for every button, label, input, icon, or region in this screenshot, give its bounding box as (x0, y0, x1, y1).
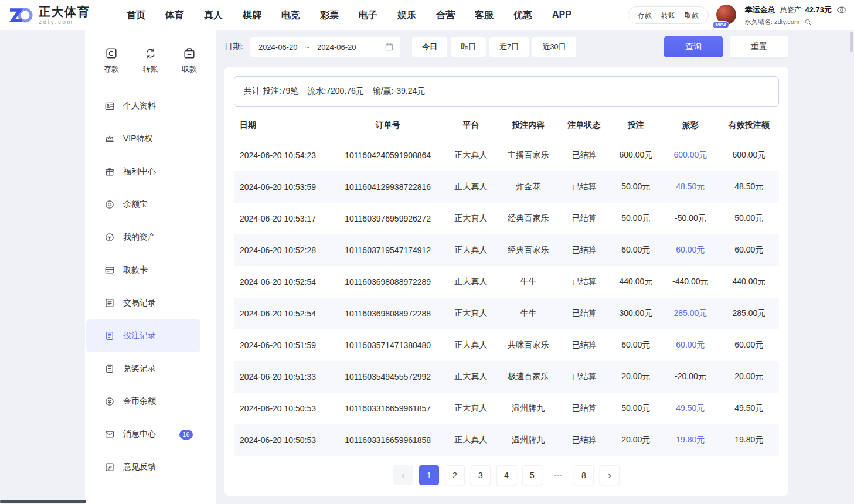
reset-button[interactable]: 重置 (730, 36, 788, 57)
nav-item-棋牌[interactable]: 棋牌 (243, 9, 261, 22)
cell-payout: -50.00元 (662, 203, 719, 234)
sidebar-item-取款卡[interactable]: 取款卡 (86, 254, 200, 287)
cell-date: 2024-06-20 10:53:17 (234, 203, 332, 234)
nav-item-彩票[interactable]: 彩票 (320, 9, 339, 22)
avatar[interactable]: VIP4 (716, 5, 737, 26)
page-button-1[interactable]: 1 (419, 465, 439, 485)
column-header-平台: 平台 (444, 111, 498, 139)
page-button-3[interactable]: 3 (471, 465, 491, 485)
vip-badge: VIP4 (712, 21, 729, 29)
total-assets: 总资产: 42.73元 (780, 5, 832, 15)
calendar-icon[interactable] (385, 42, 394, 52)
next-page-button[interactable]: › (600, 465, 620, 485)
table-row: 2024-06-20 10:53:171011603976959926272正大… (234, 203, 779, 234)
sidebar-item-投注记录[interactable]: 投注记录 (86, 319, 200, 352)
date-to[interactable]: 2024-06-20 (317, 43, 356, 52)
nav-item-体育[interactable]: 体育 (165, 9, 184, 22)
search-icon[interactable] (804, 18, 812, 26)
nav-item-APP[interactable]: APP (552, 9, 571, 22)
total-assets-value: 42.73元 (805, 5, 832, 14)
table-header-row: 日期订单号平台投注内容注单状态投注派彩有效投注额 (234, 111, 779, 139)
sidebar: 存款转账取款 个人资料VIP特权福利中心余额宝我的资产取款卡交易记录投注记录兑奖… (85, 30, 216, 504)
prize-icon (104, 363, 115, 374)
eye-icon[interactable] (836, 5, 847, 15)
nav-item-电子[interactable]: 电子 (359, 9, 377, 22)
sidebar-item-兑奖记录[interactable]: 兑奖记录 (86, 352, 200, 385)
range-button-今日[interactable]: 今日 (412, 37, 447, 57)
sidebar-item-金币余额[interactable]: 金币余额 (86, 385, 200, 418)
shortcut-转账[interactable]: 转账 (143, 47, 158, 74)
sidebar-item-交易记录[interactable]: 交易记录 (86, 287, 200, 319)
column-header-日期: 日期 (234, 111, 332, 139)
cell-status: 已结算 (558, 171, 610, 203)
brand-logo-icon (8, 5, 34, 25)
sidebar-item-消息中心[interactable]: 消息中心16 (86, 418, 200, 451)
wallet-pill: 存款转账取款 (628, 6, 709, 24)
cell-valid: 20.00元 (719, 361, 779, 393)
shortcut-存款[interactable]: 存款 (104, 47, 119, 74)
shortcut-取款[interactable]: 取款 (182, 47, 197, 74)
vertical-scrollbar-thumb[interactable] (850, 32, 853, 52)
cell-payout: 60.00元 (662, 329, 719, 361)
cell-bet: 60.00元 (610, 234, 662, 266)
horizontal-scrollbar-thumb[interactable] (0, 500, 86, 503)
nav-item-优惠[interactable]: 优惠 (513, 9, 532, 22)
records-card: 共计 投注:79笔流水:7200.76元输/赢:-39.24元 日期订单号平台投… (224, 67, 788, 496)
withdraw-icon (183, 47, 196, 60)
sidebar-item-VIP特权[interactable]: VIP特权 (86, 122, 200, 155)
cell-status: 已结算 (558, 298, 610, 329)
nav-item-电竞[interactable]: 电竞 (281, 9, 300, 22)
header-action-存款[interactable]: 存款 (638, 11, 652, 21)
page-button-8[interactable]: 8 (574, 465, 594, 485)
range-button-近30日[interactable]: 近30日 (532, 37, 576, 57)
sidebar-item-意见反馈[interactable]: 意见反馈 (86, 451, 200, 483)
gold-coin-icon (104, 396, 115, 407)
nav-item-娱乐[interactable]: 娱乐 (397, 9, 416, 22)
message-icon (104, 429, 115, 440)
range-button-昨日[interactable]: 昨日 (451, 37, 486, 57)
range-button-近7日[interactable]: 近7日 (489, 37, 529, 57)
cell-status: 已结算 (558, 424, 610, 456)
cell-date: 2024-06-20 10:50:53 (234, 393, 332, 424)
nav-item-客服[interactable]: 客服 (475, 9, 494, 22)
header-action-转账[interactable]: 转账 (661, 11, 675, 21)
gift-icon (104, 166, 115, 177)
sidebar-item-label: 兑奖记录 (123, 363, 156, 374)
shortcut-label: 取款 (182, 64, 197, 74)
date-from[interactable]: 2024-06-20 (258, 43, 298, 52)
cell-valid: 50.00元 (719, 203, 779, 234)
sidebar-item-label: 投注记录 (123, 331, 156, 341)
nav-item-首页[interactable]: 首页 (127, 9, 145, 22)
cell-platform: 正大真人 (444, 329, 498, 361)
header-action-取款[interactable]: 取款 (685, 11, 699, 21)
cell-status: 已结算 (558, 234, 610, 266)
table-body: 2024-06-20 10:54:231011604240591908864正大… (234, 139, 779, 456)
column-header-派彩: 派彩 (662, 111, 719, 139)
cell-date: 2024-06-20 10:51:59 (234, 329, 332, 361)
cell-payout: 48.50元 (662, 171, 719, 203)
nav-item-合营[interactable]: 合营 (436, 9, 455, 22)
page-button-4[interactable]: 4 (496, 465, 516, 485)
sidebar-item-个人资料[interactable]: 个人资料 (86, 90, 200, 122)
page-ellipsis[interactable]: ••• (548, 465, 568, 485)
page-button-5[interactable]: 5 (522, 465, 542, 485)
cell-platform: 正大真人 (444, 361, 498, 393)
prev-page-button[interactable]: ‹ (393, 465, 413, 485)
sidebar-item-我的资产[interactable]: 我的资产 (86, 221, 200, 254)
brand-logo[interactable]: 正大体育 zdty.com (8, 5, 117, 25)
cell-bet: 600.00元 (610, 139, 662, 171)
page-button-2[interactable]: 2 (445, 465, 465, 485)
sidebar-item-label: 金币余额 (123, 396, 156, 407)
nav-item-真人[interactable]: 真人 (204, 9, 223, 22)
sidebar-item-label: 交易记录 (123, 298, 156, 308)
sidebar-item-福利中心[interactable]: 福利中心 (86, 155, 200, 188)
permanent-domain: 永久域名: zdty.com (745, 18, 799, 26)
table-row: 2024-06-20 10:50:531011603316659961858正大… (234, 424, 779, 456)
cell-payout: 285.00元 (662, 298, 719, 329)
id-card-icon (104, 101, 115, 111)
sidebar-item-余额宝[interactable]: 余额宝 (86, 188, 200, 221)
date-range-picker[interactable]: 2024-06-20 ~ 2024-06-20 (250, 37, 400, 57)
cell-date: 2024-06-20 10:51:33 (234, 361, 332, 393)
query-button[interactable]: 查询 (664, 36, 723, 57)
cell-valid: 600.00元 (719, 139, 779, 171)
